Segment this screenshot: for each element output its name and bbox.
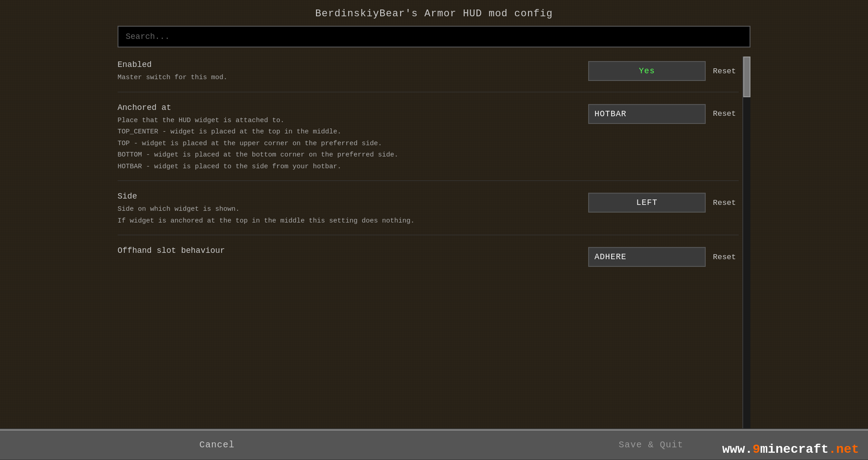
setting-row-offhand: Offhand slot behaviour ADHERE Reset [118, 242, 739, 270]
offhand-reset-btn[interactable]: Reset [710, 251, 739, 263]
setting-row-enabled: Enabled Master switch for this mod. Yes … [118, 57, 739, 87]
search-input[interactable] [118, 26, 750, 47]
setting-label-offhand: Offhand slot behaviour [118, 246, 570, 255]
page-title: BerdinskiyBear's Armor HUD mod config [0, 0, 868, 26]
cancel-button[interactable]: Cancel [0, 429, 434, 460]
anchored-value-btn[interactable]: HOTBAR [588, 104, 706, 124]
setting-right-offhand: ADHERE Reset [588, 246, 739, 267]
watermark: www.9minecraft.net [722, 442, 859, 456]
setting-right-enabled: Yes Reset [588, 60, 739, 81]
setting-label-anchored: Anchored at [118, 103, 570, 112]
offhand-value-btn[interactable]: ADHERE [588, 247, 706, 267]
side-reset-btn[interactable]: Reset [710, 197, 739, 209]
divider-2 [118, 180, 739, 181]
panel-scrollbar-thumb[interactable] [743, 57, 750, 97]
setting-row-side: Side Side on which widget is shown. If w… [118, 188, 739, 230]
watermark-www: www. [722, 442, 753, 456]
setting-row-anchored: Anchored at Place that the HUD widget is… [118, 100, 739, 176]
watermark-nine: 9 [753, 442, 760, 456]
watermark-minecraft: minecraft [760, 442, 829, 456]
setting-label-side: Side [118, 192, 570, 201]
setting-left-anchored: Anchored at Place that the HUD widget is… [118, 103, 588, 173]
setting-label-enabled: Enabled [118, 60, 570, 69]
side-value-btn[interactable]: LEFT [588, 193, 706, 213]
page-container: BerdinskiyBear's Armor HUD mod config En… [0, 0, 868, 460]
setting-left-offhand: Offhand slot behaviour [118, 246, 588, 258]
footer: Cancel Save & Quit www.9minecraft.net [0, 428, 868, 460]
settings-area: Enabled Master switch for this mod. Yes … [118, 57, 742, 428]
setting-right-side: LEFT Reset [588, 192, 739, 213]
enabled-reset-btn[interactable]: Reset [710, 65, 739, 77]
search-container [118, 26, 750, 47]
panel-scrollbar[interactable] [742, 57, 750, 428]
config-panel: Enabled Master switch for this mod. Yes … [108, 26, 760, 428]
panel-wrapper: Enabled Master switch for this mod. Yes … [118, 57, 750, 428]
setting-left-enabled: Enabled Master switch for this mod. [118, 60, 588, 84]
setting-desc-side: Side on which widget is shown. If widget… [118, 204, 570, 227]
setting-right-anchored: HOTBAR Reset [588, 103, 739, 124]
enabled-value-btn[interactable]: Yes [588, 61, 706, 81]
setting-left-side: Side Side on which widget is shown. If w… [118, 192, 588, 227]
setting-desc-enabled: Master switch for this mod. [118, 72, 570, 84]
divider-1 [118, 92, 739, 92]
watermark-net: .net [829, 442, 859, 456]
divider-3 [118, 235, 739, 235]
anchored-reset-btn[interactable]: Reset [710, 108, 739, 120]
setting-desc-anchored: Place that the HUD widget is attached to… [118, 115, 570, 173]
